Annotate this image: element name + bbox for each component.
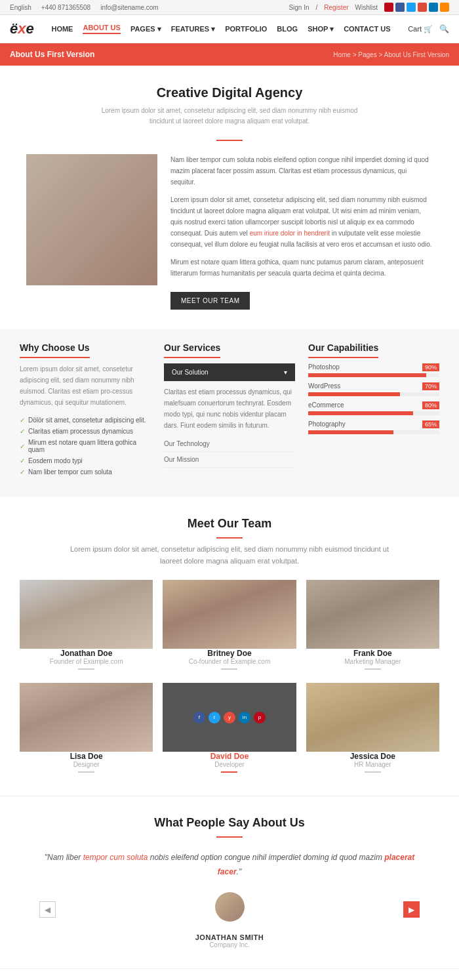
team-card-britney: Britney Doe Co-founder of Example.com: [163, 580, 296, 673]
agency-content: Nam liber tempor cum soluta nobis eleife…: [26, 154, 433, 310]
skill-photography: Photography 65%: [308, 420, 439, 434]
skill-label: WordPress 70%: [308, 382, 439, 390]
skill-wordpress: WordPress 70%: [308, 382, 439, 396]
facebook-icon[interactable]: [395, 3, 405, 12]
team-name: Frank Doe: [306, 649, 439, 658]
team-name: Britney Doe: [163, 649, 296, 658]
header-right: Cart 🛒 🔍: [408, 24, 449, 33]
reviewer-company: Company Inc.: [39, 941, 420, 949]
skill-label: Photoshop 90%: [308, 363, 439, 371]
top-bar: English +440 871365508 info@sitename.com…: [0, 0, 459, 15]
main-nav: HOME ABOUT US PAGES ▾ FEATURES ▾ PORTFOL…: [51, 24, 390, 34]
nav-pages[interactable]: PAGES ▾: [130, 25, 161, 33]
skill-name: Photography: [308, 420, 346, 428]
three-columns-section: Why Choose Us Lorem ipsum dolor sit amet…: [0, 329, 459, 497]
testimonial-highlight1: tempor cum soluta: [83, 853, 148, 862]
team-card-frank: Frank Doe Marketing Manager: [306, 580, 439, 673]
nav-shop[interactable]: SHOP ▾: [308, 25, 334, 33]
skill-percent: 80%: [422, 401, 439, 409]
meet-our-team-button[interactable]: MEET OUR TEAM: [170, 292, 250, 310]
wishlist-link[interactable]: Wishlist: [355, 4, 378, 11]
agency-text: Nam liber tempor cum soluta nobis eleife…: [170, 154, 433, 310]
page-banner-title: About Us First Version: [10, 50, 94, 59]
why-choose-us-title: Why Choose Us: [20, 342, 90, 358]
cart-button[interactable]: Cart 🛒: [408, 25, 433, 33]
linkedin-icon[interactable]: [429, 3, 438, 12]
team-name: Jessica Doe: [306, 752, 439, 761]
check-item: ✓ Nam liber tempor cum soluta: [20, 466, 151, 478]
nav-contact[interactable]: CONTACT US: [344, 25, 390, 33]
testimonial-title: What People Say About Us: [39, 816, 420, 830]
agency-title: Creative Digital Agency: [26, 85, 433, 100]
facebook-team-icon[interactable]: f: [193, 712, 205, 724]
skill-percent: 90%: [422, 363, 439, 371]
service-dropdown[interactable]: Our Solution ▾: [164, 363, 295, 381]
register-link[interactable]: Register: [324, 4, 348, 11]
site-logo[interactable]: ëxe: [10, 20, 34, 37]
pinterest-team-icon[interactable]: p: [254, 712, 266, 724]
service-technology[interactable]: Our Technology: [164, 436, 295, 452]
our-services-title: Our Services: [164, 342, 220, 358]
check-item: ✓ Mirum est notare quam littera gothica …: [20, 437, 151, 455]
team-divider: [221, 668, 237, 670]
capabilities-title: Our Capabilities: [308, 342, 378, 358]
search-icon[interactable]: 🔍: [439, 24, 449, 33]
agency-subtitle: Lorem ipsum dolor sit amet, consetetur a…: [98, 106, 361, 127]
next-arrow[interactable]: ▶: [403, 901, 420, 918]
team-card-jonathan: Jonathan Doe Founder of Example.com: [20, 580, 153, 673]
agency-body2: Lorem ipsum dolor sit amet, consetetur a…: [170, 194, 433, 250]
rss-icon[interactable]: [440, 3, 449, 12]
team-image-frank: [306, 580, 439, 649]
agency-body3: Mirum est notare quam littera gothica, q…: [170, 256, 433, 279]
nav-home[interactable]: HOME: [51, 25, 73, 33]
team-card-jessica: Jessica Doe HR Manager: [306, 683, 439, 776]
sign-in-link[interactable]: Sign In: [289, 4, 309, 11]
header: ëxe HOME ABOUT US PAGES ▾ FEATURES ▾ POR…: [0, 15, 459, 43]
nav-features[interactable]: FEATURES ▾: [171, 25, 216, 33]
twitter-team-icon[interactable]: t: [209, 712, 220, 724]
team-divider: [78, 668, 94, 670]
team-name: Jonathan Doe: [20, 649, 153, 658]
googleplus-icon[interactable]: [418, 3, 427, 12]
skill-name: Photoshop: [308, 363, 340, 371]
testimonial-section: What People Say About Us "Nam liber temp…: [0, 796, 459, 969]
nav-about[interactable]: ABOUT US: [83, 24, 120, 34]
prev-arrow[interactable]: ◀: [39, 901, 56, 918]
service-description: Claritas est etiam processus dynamicus, …: [164, 386, 295, 431]
pinterest-icon[interactable]: [384, 3, 393, 12]
team-role: HR Manager: [306, 761, 439, 768]
team-section: Meet Our Team Lorem ipsum dolor sit amet…: [0, 497, 459, 796]
phone-number: +440 871365508: [41, 4, 90, 11]
twitter-icon[interactable]: [407, 3, 416, 12]
team-role: Co-founder of Example.com: [163, 658, 296, 665]
check-icon: ✓: [20, 443, 25, 450]
nav-blog[interactable]: BLOG: [277, 25, 298, 33]
check-item: ✓ Eosdem modo typi: [20, 455, 151, 466]
check-item: ✓ Claritas etiam processus dynamicus: [20, 426, 151, 437]
nav-portfolio[interactable]: PORTFOLIO: [225, 25, 267, 33]
team-divider: [365, 668, 381, 670]
team-role: Marketing Manager: [306, 658, 439, 665]
team-image-lisa: [20, 683, 153, 752]
breadcrumb: Home > Pages > About Us First Version: [333, 51, 449, 58]
team-divider: [78, 771, 94, 773]
skill-percent: 70%: [422, 382, 439, 390]
top-social-icons: [384, 3, 449, 12]
skill-photoshop: Photoshop 90%: [308, 363, 439, 377]
testimonial-quote: "Nam liber tempor cum soluta nobis eleif…: [39, 851, 420, 879]
why-choose-us-text: Lorem ipsum dolor sit amet, consetetur a…: [20, 363, 151, 408]
page-banner: About Us First Version Home > Pages > Ab…: [0, 43, 459, 66]
language-selector[interactable]: English: [10, 4, 31, 11]
team-card-david: f t y in p David Doe Developer: [163, 683, 296, 776]
team-subtitle: Lorem ipsum dolor sit amet, consetetur a…: [66, 544, 393, 567]
our-services-column: Our Services Our Solution ▾ Claritas est…: [164, 342, 295, 478]
youtube-team-icon[interactable]: y: [224, 712, 235, 724]
capabilities-column: Our Capabilities Photoshop 90% WordPress…: [308, 342, 439, 478]
service-mission[interactable]: Our Mission: [164, 452, 295, 468]
check-icon: ✓: [20, 457, 25, 464]
email-address: info@sitename.com: [100, 4, 159, 11]
team-role: Developer: [163, 761, 296, 768]
reviewer-name: JONATHAN SMITH: [39, 933, 420, 941]
linkedin-team-icon[interactable]: in: [239, 712, 250, 724]
clients-section: Our Happy Clients Lorem ipsum dolor sit …: [0, 969, 459, 980]
